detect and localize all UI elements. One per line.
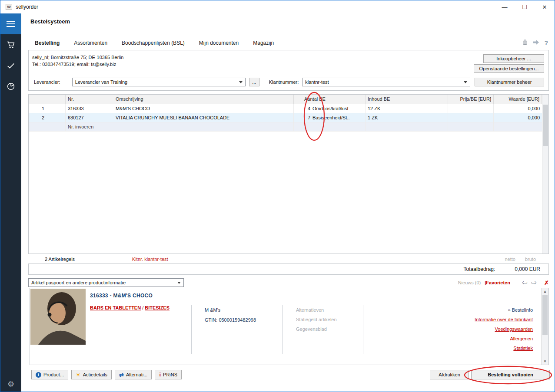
cell-inhoud: 12 ZK: [366, 104, 448, 113]
cell-aantal[interactable]: 7 Basiseenheid/St..: [294, 113, 366, 122]
address-line-2: Tel.: 030347473519; email: ts@selly.biz: [32, 61, 123, 68]
eenheid-value[interactable]: Omdoos/krat/kist: [310, 104, 349, 113]
fabrikant-link[interactable]: Informatie over de fabrikant: [363, 315, 533, 324]
bottom-bar: i Product... ☀ Actiedetails ⇄ Alternati.…: [28, 370, 550, 379]
statiegeld-link[interactable]: Statiegeld artikelen: [296, 315, 363, 324]
klantnummer-value: klantnr-test: [305, 79, 329, 85]
settings-gear-icon[interactable]: ⚙: [0, 379, 21, 389]
col-header-inhoud-be[interactable]: Inhoud BE: [366, 95, 448, 104]
product-info-dropdown[interactable]: Artikel paspoort en andere productinform…: [28, 278, 184, 287]
statistiek-link[interactable]: Statistiek: [363, 343, 533, 353]
col-header-nr[interactable]: Nr.: [66, 95, 111, 104]
hamburger-icon: [7, 21, 15, 22]
cell-prijs: [448, 104, 494, 113]
eenheid-value[interactable]: Basiseenheid/St..: [310, 113, 350, 122]
app-window: W sellyorder — ☐ ✕ ⚙: [0, 0, 555, 392]
tab-assortimenten[interactable]: Assortimenten: [74, 40, 107, 46]
chevron-down-icon: [239, 81, 243, 83]
sidebar: ⚙: [0, 13, 21, 392]
cart-icon[interactable]: [0, 34, 21, 55]
product-panel: 316333 - M&M'S CHOCO BARS EN TABLETTEN /…: [30, 288, 549, 365]
leverancier-dropdown[interactable]: Leverancier van Training: [72, 78, 246, 86]
order-table: Nr. Omschrijving Aantal BE Inhoud BE Pri…: [28, 94, 549, 254]
table-entry-row[interactable]: Nr. invoeren: [29, 122, 542, 132]
prins-icon: i: [159, 371, 161, 378]
afdrukken-button[interactable]: Afdrukken: [430, 370, 469, 379]
prins-button[interactable]: i PRiNS: [155, 370, 182, 379]
tab-mijn-documenten[interactable]: Mijn documenten: [199, 40, 239, 46]
klantnummer-beheer-button[interactable]: Klantnummer beheer: [475, 78, 544, 86]
scroll-down-icon[interactable]: ▼: [542, 359, 548, 363]
tab-magazijn[interactable]: Magazijn: [253, 40, 274, 46]
table-scrollbar-thumb[interactable]: [543, 105, 548, 146]
openstaande-bestellingen-button[interactable]: Openstaande bestellingen...: [474, 64, 544, 73]
minimize-button[interactable]: —: [495, 0, 515, 13]
nr-invoeren-input[interactable]: Nr. invoeren: [66, 122, 111, 132]
table-row-1[interactable]: 1 316333 M&M'S CHOCO 4 Omdoos/krat/kist …: [29, 104, 542, 113]
product-detail-links: » Bestelinfo Informatie over de fabrikan…: [363, 305, 539, 354]
product-identifiers: M &M's GTIN: 05000159482998: [191, 305, 282, 354]
check-icon[interactable]: [0, 55, 21, 76]
leverancier-more-button[interactable]: ...: [249, 78, 259, 86]
forward-arrow-icon[interactable]: [533, 39, 539, 47]
aantal-value[interactable]: 7: [294, 113, 310, 122]
product-info-dropdown-value: Artikel paspoort en andere productinform…: [31, 280, 126, 285]
maximize-button[interactable]: ☐: [515, 0, 535, 13]
pie-chart-icon[interactable]: [0, 76, 21, 97]
close-button[interactable]: ✕: [535, 0, 555, 13]
scroll-up-icon[interactable]: ▲: [542, 290, 548, 293]
bestelinfo-link[interactable]: » Bestelinfo: [363, 305, 533, 315]
aantal-value[interactable]: 4: [294, 104, 310, 113]
tab-bestelling[interactable]: Bestelling: [35, 40, 60, 46]
allergenen-link[interactable]: Allergenen: [363, 334, 533, 343]
panel-scrollbar-thumb[interactable]: [542, 295, 548, 335]
totaalbedrag-value: 0,000 EUR: [515, 266, 540, 272]
product-button[interactable]: i Product...: [31, 370, 68, 379]
product-title: 316333 - M&M'S CHOCO: [90, 293, 539, 299]
category-link-1[interactable]: BARS EN TABLETTEN: [90, 305, 141, 310]
gtin-value: GTIN: 05000159482998: [205, 315, 282, 325]
title-bar[interactable]: W sellyorder — ☐ ✕: [0, 0, 555, 13]
brand-name: M &M's: [205, 305, 282, 315]
nieuws-link[interactable]: Nieuws (0): [458, 280, 481, 285]
bestelling-voltooien-button[interactable]: Bestelling voltooien: [471, 370, 550, 379]
table-scrollbar[interactable]: [542, 95, 548, 254]
cell-aantal[interactable]: 4 Omdoos/krat/kist: [294, 104, 366, 113]
favorieten-link[interactable]: |Favorieten: [485, 280, 510, 285]
cell-nr: 630127: [66, 113, 111, 122]
product-info-selector-row: Artikel paspoort en andere productinform…: [28, 278, 549, 287]
swap-arrows-icon: ⇄: [119, 372, 124, 378]
close-panel-icon[interactable]: ✗: [544, 280, 549, 286]
cell-inhoud: 1 ZK: [366, 113, 448, 122]
col-header-omschrijving[interactable]: Omschrijving: [111, 95, 294, 104]
col-header-aantal-be[interactable]: Aantal BE: [294, 95, 366, 104]
gegevensblad-link[interactable]: Gegevensblad: [296, 324, 363, 334]
window-title: sellyorder: [16, 4, 38, 10]
inkoopbeheer-button[interactable]: Inkoopbeheer ...: [483, 54, 544, 63]
hamburger-menu-button[interactable]: [0, 13, 21, 34]
cell-index: [29, 122, 66, 132]
next-arrow-icon[interactable]: ⇨: [532, 279, 537, 287]
klantnummer-dropdown[interactable]: klantnr-test: [302, 78, 470, 86]
total-box: Totaalbedrag: 0,000 EUR: [28, 264, 549, 275]
table-header-row: Nr. Omschrijving Aantal BE Inhoud BE Pri…: [29, 95, 542, 104]
voedingswaarden-link[interactable]: Voedingswaarden: [363, 324, 533, 334]
tab-boodschappenlijsten[interactable]: Boodschappenlijsten (BSL): [122, 40, 185, 46]
artikelregels-count: 2 Artikelregels: [45, 257, 75, 262]
cell-nr: 316333: [66, 104, 111, 113]
table-row-2[interactable]: 2 630127 VITALIA CRUNCHY MUESLI BANAAN C…: [29, 113, 542, 122]
col-header-index: [29, 95, 66, 104]
alternatieven-link[interactable]: Alternatieven: [296, 305, 363, 315]
category-link-2[interactable]: BITESIZES: [145, 305, 169, 310]
panel-scrollbar[interactable]: ▲ ▼: [541, 288, 548, 365]
help-icon[interactable]: ?: [544, 40, 548, 46]
alternatieven-button[interactable]: ⇄ Alternati...: [115, 370, 152, 379]
col-header-waarde[interactable]: Waarde [EUR]: [494, 95, 542, 104]
cell-index: 2: [29, 113, 66, 122]
leverancier-label: Leverancier:: [34, 79, 72, 85]
app-icon: W: [6, 4, 12, 10]
prev-arrow-icon[interactable]: ⇦: [522, 279, 528, 287]
col-header-prijs[interactable]: Prijs/BE [EUR]: [448, 95, 494, 104]
actiedetails-button[interactable]: ☀ Actiedetails: [71, 370, 112, 379]
lock-icon[interactable]: [522, 39, 528, 47]
